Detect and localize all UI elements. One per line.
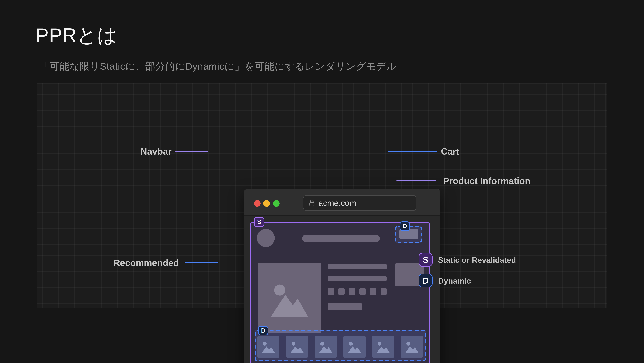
- rating-square: [370, 288, 376, 295]
- lock-icon: [309, 199, 315, 207]
- page-title: PPRとは: [36, 23, 118, 49]
- url-bar: acme.com: [303, 195, 416, 211]
- image-icon: [346, 339, 362, 355]
- static-shell-region: S D: [250, 222, 430, 363]
- slide: PPRとは 「可能な限りStaticに、部分的にDynamicに」を可能にするレ…: [0, 0, 644, 363]
- product-title-bar: [328, 264, 387, 269]
- browser-titlebar: acme.com: [244, 189, 440, 216]
- browser-window: acme.com S D: [244, 189, 440, 363]
- cart-annotation: Cart: [441, 146, 459, 157]
- legend-static-label: Static or Revalidated: [438, 255, 516, 265]
- rating-square: [380, 288, 387, 295]
- rating-square: [359, 288, 366, 295]
- rating-square: [328, 288, 334, 295]
- image-icon: [318, 339, 334, 355]
- recommended-connector-line: [185, 262, 218, 263]
- image-icon: [268, 277, 311, 319]
- recommended-card: [315, 335, 337, 358]
- recommended-card: [257, 335, 280, 358]
- image-icon: [404, 339, 420, 355]
- recommended-dynamic-badge: D: [258, 326, 268, 335]
- legend-dynamic-badge: D: [419, 273, 432, 287]
- recommended-card: [344, 335, 366, 358]
- recommended-annotation: Recommended: [94, 258, 179, 268]
- static-badge: S: [254, 217, 264, 227]
- product-rating-squares: [328, 288, 387, 295]
- product-subtitle-bar: [328, 276, 387, 281]
- legend-dynamic-label: Dynamic: [438, 276, 471, 285]
- image-icon: [260, 339, 276, 355]
- image-icon: [375, 339, 391, 355]
- recommended-card: [372, 335, 394, 358]
- navbar-annotation: Navbar: [94, 146, 172, 157]
- recommended-cards: [257, 335, 423, 358]
- maximize-window-icon: [273, 200, 280, 207]
- recommended-region: D: [255, 330, 426, 361]
- rating-square: [338, 288, 344, 295]
- legend-static-badge: S: [419, 253, 432, 267]
- image-icon: [289, 339, 305, 355]
- product-info-annotation: Product Information: [443, 176, 530, 186]
- url-text: acme.com: [318, 198, 356, 208]
- navbar-connector-line: [175, 151, 208, 152]
- navbar-placeholder-bar: [302, 234, 380, 242]
- product-image-placeholder: [258, 263, 321, 333]
- product-price-bar: [328, 303, 362, 310]
- minimize-window-icon: [263, 200, 270, 207]
- close-window-icon: [254, 200, 260, 207]
- cart-region: D: [395, 226, 422, 243]
- recommended-card: [286, 335, 308, 358]
- cart-connector-line: [388, 151, 437, 152]
- page-subtitle: 「可能な限りStaticに、部分的にDynamicに」を可能にするレンダリングモ…: [40, 60, 396, 73]
- product-info-connector-line: [396, 180, 436, 181]
- rating-square: [349, 288, 355, 295]
- navbar-avatar: [257, 229, 275, 247]
- recommended-card: [401, 335, 423, 358]
- cart-dynamic-badge: D: [400, 221, 410, 231]
- grid-backdrop: acme.com S D: [37, 84, 608, 308]
